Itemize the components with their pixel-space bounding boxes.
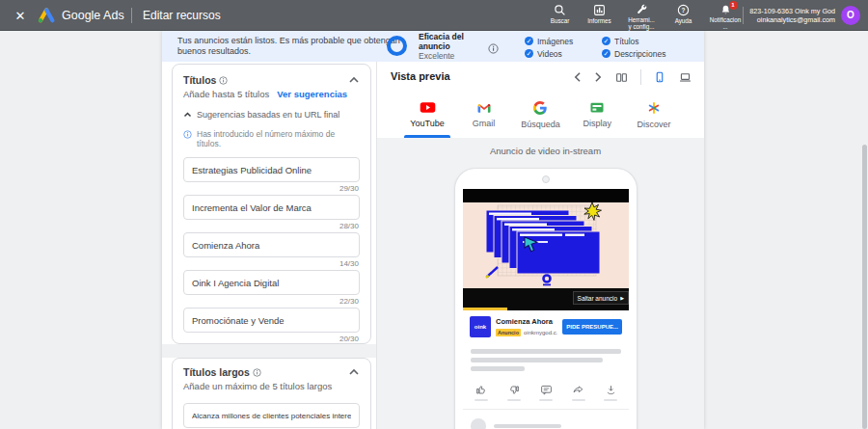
- title-input-4[interactable]: [184, 271, 359, 294]
- avatar-placeholder: [471, 418, 486, 429]
- comment-placeholder-row: [463, 410, 629, 429]
- tab-gmail[interactable]: Gmail: [461, 92, 507, 138]
- long-titles-card: Títulos largos Añade un máximo de 5 títu…: [172, 358, 371, 429]
- titles-heading: Títulos: [183, 74, 216, 86]
- title-input-2[interactable]: [184, 196, 359, 219]
- comment-button[interactable]: [539, 384, 553, 401]
- preview-controls: [573, 67, 692, 87]
- avatar[interactable]: O: [841, 6, 860, 25]
- download-button[interactable]: [604, 384, 617, 401]
- title-input-3[interactable]: [184, 233, 359, 256]
- preview-title: Vista previa: [391, 70, 450, 82]
- help-nav-button[interactable]: ? Ayuda: [664, 0, 703, 31]
- previous-preview-button[interactable]: [573, 71, 582, 83]
- search-nav-button[interactable]: Buscar: [540, 0, 580, 31]
- share-icon: [572, 384, 584, 396]
- grid-icon: [615, 71, 628, 84]
- action-label: [475, 399, 488, 401]
- like-button[interactable]: [475, 384, 488, 401]
- collapse-long-titles-button[interactable]: [348, 367, 360, 377]
- edit-resources-panel: Tus anuncios están listos. Es más probab…: [162, 31, 704, 429]
- info-icon: [219, 76, 228, 85]
- oink-logo-mark: [544, 276, 551, 282]
- action-label: [539, 399, 553, 401]
- tab-search[interactable]: Búsqueda: [517, 92, 564, 138]
- cta-button[interactable]: PIDE PRESUPUE...: [562, 319, 622, 335]
- notifications-nav-button[interactable]: 1 Notificacion ...: [703, 0, 747, 31]
- google-ads-logo-icon: [37, 7, 56, 24]
- wrench-icon: [636, 3, 648, 16]
- display-icon: [589, 101, 605, 114]
- chevron-right-icon: [594, 71, 603, 83]
- title-field-3: 14/30: [183, 232, 360, 270]
- play-next-icon: ▶: [620, 295, 624, 301]
- desktop-view-button[interactable]: [678, 71, 692, 84]
- action-label: [604, 399, 617, 401]
- thumbs-down-icon: [507, 384, 520, 396]
- ad-strength-value: Excelente: [419, 51, 480, 61]
- ad-strength-banner: Tus anuncios están listos. Es más probab…: [162, 31, 704, 62]
- status-bar: [463, 189, 629, 202]
- max-titles-info: Has introducido el número máximo de títu…: [183, 129, 360, 148]
- check-icon: [602, 49, 610, 58]
- long-titles-subheading: Añade un máximo de 5 títulos largos: [183, 381, 360, 391]
- tab-display[interactable]: Display: [574, 92, 620, 138]
- title-field-2: 28/30: [183, 195, 360, 232]
- ad-badge: Anuncio: [496, 329, 521, 336]
- video-ad-frame[interactable]: [463, 202, 629, 288]
- next-preview-button[interactable]: [594, 71, 603, 83]
- svg-text:?: ?: [682, 7, 686, 13]
- check-item-descriptions: Descripciones: [602, 47, 679, 60]
- preview-body: Anuncio de video in-stream: [377, 138, 704, 429]
- reports-icon: [593, 3, 606, 17]
- google-g-icon: [533, 101, 547, 115]
- topbar: ✕ Google Ads Editar recursos Buscar: [0, 0, 868, 31]
- tab-youtube[interactable]: YouTube: [404, 92, 450, 138]
- close-button[interactable]: ✕: [10, 0, 31, 31]
- info-icon[interactable]: [488, 40, 499, 51]
- grid-view-button[interactable]: [615, 71, 628, 84]
- long-title-input-1[interactable]: [184, 404, 359, 427]
- titles-subheading: Añade hasta 5 títulos: [183, 89, 269, 99]
- ad-url: oinkmygod.c...: [524, 330, 557, 335]
- banner-message: Tus anuncios están listos. Es más probab…: [177, 36, 400, 57]
- scrollbar[interactable]: [862, 145, 867, 429]
- long-title-field-1: [183, 403, 360, 428]
- dislike-button[interactable]: [507, 384, 521, 401]
- title-input-5[interactable]: [184, 308, 359, 332]
- chevron-up-icon: [183, 111, 192, 119]
- url-suggestions-toggle[interactable]: Sugerencias basadas en tu URL final: [183, 110, 360, 120]
- search-icon: [554, 3, 566, 17]
- preview-channel-tabs: YouTube Gmail Búsqueda Display Discover: [404, 92, 677, 138]
- tab-discover[interactable]: Discover: [631, 92, 677, 138]
- assets-form-column: Títulos Añade hasta 5 títulosVer sugeren…: [162, 62, 376, 429]
- check-item-images: Imágenes: [525, 35, 602, 47]
- share-button[interactable]: [572, 384, 585, 401]
- tools-settings-nav-button[interactable]: Herrami... y config...: [619, 0, 664, 31]
- chevron-left-icon: [573, 71, 582, 83]
- reports-nav-button[interactable]: Informes: [580, 0, 619, 31]
- phone-mockup: Saltar anuncio ▶ oink Comienza Ahora: [454, 168, 637, 429]
- title-field-4: 22/30: [183, 270, 360, 308]
- skip-ad-button[interactable]: Saltar anuncio ▶: [573, 291, 629, 305]
- chevron-up-icon: [348, 75, 360, 85]
- google-ads-edit-resources-screen: ✕ Google Ads Editar recursos Buscar: [0, 0, 868, 429]
- ad-strength-gauge: [387, 36, 407, 56]
- account-info[interactable]: 823-109-6363 Oink my God oinkanalytics@g…: [748, 7, 835, 24]
- video-action-bar: [463, 375, 629, 407]
- collapse-titles-button[interactable]: [348, 75, 360, 85]
- video-progress-bar[interactable]: [463, 308, 507, 310]
- comment-icon: [540, 384, 553, 396]
- divider: [743, 7, 744, 24]
- phone-screen: Saltar anuncio ▶ oink Comienza Ahora: [463, 189, 629, 429]
- divider: [640, 69, 641, 85]
- bell-icon: 1: [719, 3, 732, 16]
- check-item-videos: Videos: [525, 47, 602, 60]
- action-label: [572, 399, 585, 401]
- mobile-view-button[interactable]: [654, 70, 665, 84]
- see-suggestions-link[interactable]: Ver sugerencias: [277, 89, 347, 99]
- search-label: Buscar: [551, 18, 570, 25]
- thumbs-up-icon: [475, 384, 488, 396]
- char-count: 29/30: [183, 182, 360, 195]
- title-input-1[interactable]: [184, 158, 359, 181]
